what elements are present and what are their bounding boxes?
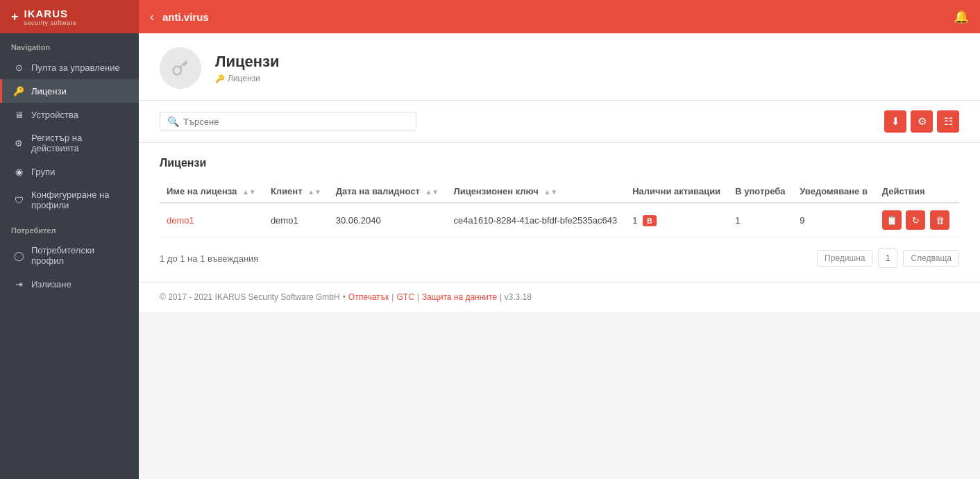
footer-link-sep2: | <box>417 292 419 302</box>
activations-value: 1 <box>632 215 637 226</box>
activations-badge: B <box>643 215 657 226</box>
col-notify: Уведомяване в <box>793 180 875 203</box>
col-activations: Налични активации <box>625 180 728 203</box>
content-area: Лицензи 🔑 Лицензи 🔍 ⬇ ⚙ <box>139 33 980 479</box>
back-button[interactable]: ‹ <box>150 10 154 24</box>
footer-version: | v3.3.18 <box>500 292 532 302</box>
key-icon <box>171 58 190 78</box>
pagination-prev-button[interactable]: Предишна <box>817 250 872 267</box>
col-actions: Действия <box>875 180 959 203</box>
sidebar-item-groups[interactable]: ◉ Групи <box>0 160 139 183</box>
svg-line-2 <box>185 62 187 64</box>
groups-icon: ◉ <box>13 166 24 177</box>
logout-icon: ⇥ <box>13 278 24 289</box>
pagination-current-page: 1 <box>878 249 897 268</box>
export-button[interactable]: ⬇ <box>884 110 906 133</box>
sidebar-item-licenses[interactable]: 🔑 Лицензи <box>0 79 139 103</box>
cell-key: ce4a1610-8284-41ac-bfdf-bfe2535ac643 <box>447 203 626 237</box>
footer-copyright: © 2017 - 2021 IKARUS Security Software G… <box>160 292 340 302</box>
page-header: Лицензи 🔑 Лицензи <box>139 33 980 101</box>
table-area: Лицензи Име на лиценза ▲▼ Клиент ▲▼ Да <box>139 143 980 282</box>
sort-validity-icon[interactable]: ▲▼ <box>425 188 439 196</box>
sidebar-item-profile-label: Потребителски профил <box>31 245 128 266</box>
action-delete-button[interactable]: 🗑 <box>930 210 949 230</box>
topbar: ‹ anti.virus 🔔 <box>139 0 980 33</box>
pagination-summary: 1 до 1 на 1 въвеждания <box>160 253 258 264</box>
col-name: Име на лиценза ▲▼ <box>160 180 264 203</box>
table-header-row: Име на лиценза ▲▼ Клиент ▲▼ Дата на вали… <box>160 180 959 203</box>
sort-key-icon[interactable]: ▲▼ <box>543 188 557 196</box>
profiles-icon: 🛡 <box>13 194 24 205</box>
col-client: Клиент ▲▼ <box>264 180 329 203</box>
license-name-link[interactable]: demo1 <box>167 215 194 226</box>
filter-icon: ☷ <box>944 115 953 128</box>
action-copy-button[interactable]: 📋 <box>882 210 902 230</box>
sort-name-icon[interactable]: ▲▼ <box>242 188 256 196</box>
col-key: Лицензионен ключ ▲▼ <box>447 180 626 203</box>
sidebar-item-activity-label: Регистър на действията <box>31 133 128 153</box>
page-title-block: Лицензи 🔑 Лицензи <box>215 53 279 83</box>
notification-bell-icon[interactable]: 🔔 <box>954 9 969 24</box>
nav-section-label: Navigation <box>0 33 139 56</box>
pagination-row: 1 до 1 на 1 въвеждания Предишна 1 Следва… <box>160 249 959 268</box>
sidebar-item-groups-label: Групи <box>31 167 55 177</box>
licenses-table: Име на лиценза ▲▼ Клиент ▲▼ Дата на вали… <box>160 180 959 237</box>
svg-point-0 <box>174 67 182 75</box>
sidebar-item-profiles-label: Конфигуриране на профили <box>31 190 128 210</box>
page-icon-circle <box>160 47 201 89</box>
breadcrumb-icon: 🔑 <box>215 74 225 83</box>
settings-button[interactable]: ⚙ <box>911 110 933 133</box>
cell-name: demo1 <box>160 203 264 237</box>
action-refresh-button[interactable]: ↻ <box>906 210 925 230</box>
activity-icon: ⚙ <box>13 137 24 149</box>
footer-separator: • <box>343 292 346 302</box>
logo-subtitle: security software <box>24 19 77 26</box>
col-inuse: В употреба <box>728 180 793 203</box>
sidebar-logo: + IKARUS security software <box>0 0 139 33</box>
toolbar: 🔍 ⬇ ⚙ ☷ <box>139 101 980 143</box>
devices-icon: 🖥 <box>13 109 24 120</box>
footer-link-gtc[interactable]: GTC <box>396 292 414 302</box>
page-title: Лицензи <box>215 53 279 71</box>
main-area: ‹ anti.virus 🔔 Лицензи 🔑 Лицензи <box>139 0 980 479</box>
filter-button[interactable]: ☷ <box>937 110 959 133</box>
user-section-label: Потребител <box>0 217 139 239</box>
sidebar-item-profiles[interactable]: 🛡 Конфигуриране на профили <box>0 183 139 217</box>
pagination-controls: Предишна 1 Следваща <box>817 249 959 268</box>
sidebar-item-activity[interactable]: ⚙ Регистър на действията <box>0 126 139 160</box>
sidebar-item-licenses-label: Лицензи <box>31 86 67 96</box>
sort-client-icon[interactable]: ▲▼ <box>307 188 321 196</box>
sidebar-item-dashboard-label: Пулта за управление <box>31 62 120 73</box>
search-icon: 🔍 <box>167 116 179 127</box>
topbar-title: anti.virus <box>162 11 209 23</box>
logo-name: IKARUS <box>24 8 77 19</box>
sidebar-item-profile[interactable]: ◯ Потребителски профил <box>0 239 139 272</box>
search-input[interactable] <box>183 117 409 127</box>
pagination-next-button[interactable]: Следваща <box>903 250 959 267</box>
sidebar-item-logout[interactable]: ⇥ Излизане <box>0 272 139 296</box>
toolbar-right: ⬇ ⚙ ☷ <box>884 110 959 133</box>
footer-link-imprint[interactable]: Отпечатък <box>348 292 389 302</box>
user-profile-icon: ◯ <box>13 250 24 261</box>
footer-link-privacy[interactable]: Защита на данните <box>422 292 497 302</box>
cell-notify: 9 <box>793 203 875 237</box>
dashboard-icon: ⊙ <box>13 62 24 73</box>
sidebar-item-logout-label: Излизане <box>31 279 71 289</box>
search-wrapper[interactable]: 🔍 <box>160 112 416 131</box>
breadcrumb: 🔑 Лицензи <box>215 74 279 83</box>
licenses-icon: 🔑 <box>13 85 24 96</box>
logo-cross-icon: + <box>11 10 19 24</box>
cell-inuse: 1 <box>728 203 793 237</box>
cell-activations: 1 B <box>625 203 728 237</box>
sidebar: + IKARUS security software Navigation ⊙ … <box>0 0 139 479</box>
sidebar-item-devices[interactable]: 🖥 Устройства <box>0 103 139 126</box>
gear-icon: ⚙ <box>918 115 927 128</box>
footer-link-sep1: | <box>391 292 394 302</box>
cell-client: demo1 <box>264 203 329 237</box>
breadcrumb-label: Лицензи <box>228 74 260 83</box>
export-icon: ⬇ <box>891 115 900 128</box>
sidebar-item-devices-label: Устройства <box>31 110 78 120</box>
sidebar-item-dashboard[interactable]: ⊙ Пулта за управление <box>0 56 139 79</box>
svg-line-3 <box>184 64 185 65</box>
footer: © 2017 - 2021 IKARUS Security Software G… <box>139 282 980 312</box>
